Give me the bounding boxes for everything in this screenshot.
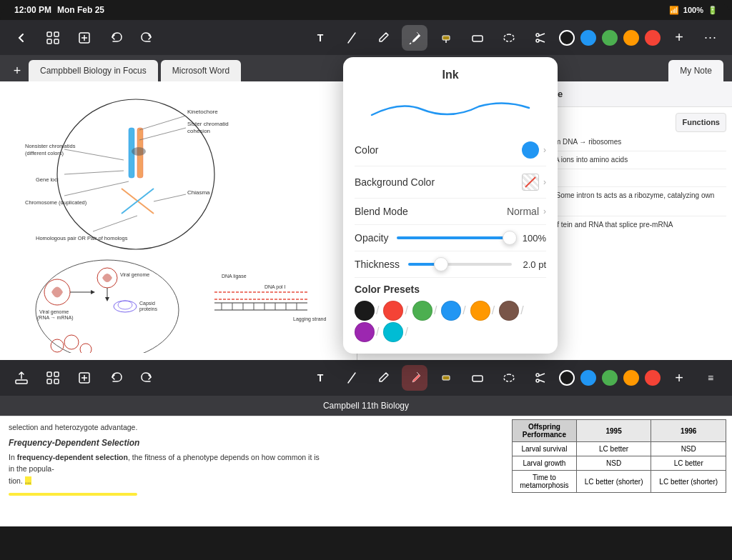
scissors-button[interactable]: [528, 25, 553, 51]
svg-text:Viral genome: Viral genome: [39, 309, 69, 315]
svg-text:Capsid: Capsid: [139, 301, 155, 306]
ink-popup: Ink Color › Background Color › Blend Mod…: [343, 57, 558, 354]
eraser-bottom[interactable]: [465, 365, 490, 391]
redo-button-bottom[interactable]: [134, 365, 160, 391]
table-header-1995: 1995: [576, 420, 651, 442]
color-red[interactable]: [645, 30, 661, 46]
opacity-slider-container[interactable]: 100%: [397, 233, 546, 244]
thickness-track[interactable]: [408, 263, 512, 266]
upload-button[interactable]: [9, 365, 34, 391]
cell-1996-2: LC better: [651, 456, 726, 471]
svg-line-34: [154, 194, 186, 201]
pencil-button[interactable]: [370, 25, 396, 51]
ink-blend-value[interactable]: Normal ›: [507, 206, 546, 217]
pen-thin-button[interactable]: [339, 25, 365, 51]
svg-line-20: [139, 116, 186, 130]
color-green-bottom[interactable]: [602, 370, 618, 386]
bottom-content: selection and heterozygote advantage. Fr…: [0, 416, 732, 526]
bottom-toolbar: T + ≡: [0, 360, 732, 396]
text-tool-bottom[interactable]: T: [307, 365, 333, 391]
add-button[interactable]: +: [666, 25, 692, 51]
preset-orange[interactable]: /: [470, 301, 498, 321]
selection-text: selection and heterozygote advantage.: [9, 422, 320, 434]
battery-icon: 🔋: [708, 6, 718, 15]
color-orange[interactable]: [623, 30, 639, 46]
pen-active-bottom[interactable]: [402, 365, 427, 391]
svg-rect-63: [47, 372, 51, 376]
freq-paragraph: In frequency-dependent selection, the fi…: [9, 452, 320, 475]
color-blue[interactable]: [580, 30, 596, 46]
cell-1995-1: LC better: [576, 442, 651, 456]
add-page-button[interactable]: [71, 25, 97, 51]
color-green[interactable]: [602, 30, 618, 46]
tab-campbell[interactable]: Campbbell Biology in Focus: [29, 60, 158, 81]
preset-black[interactable]: /: [355, 301, 382, 321]
svg-text:proteins: proteins: [139, 306, 157, 312]
pencil-bottom[interactable]: [370, 365, 396, 391]
undo-button[interactable]: [103, 25, 129, 51]
grid-view-button[interactable]: [40, 25, 66, 51]
pen-thin-bottom[interactable]: [339, 365, 365, 391]
ink-opacity-label: Opacity: [355, 232, 388, 244]
svg-line-76: [539, 380, 545, 382]
bg-color-swatch[interactable]: [522, 174, 539, 191]
tab-word[interactable]: Microsoft Word: [161, 60, 241, 81]
preset-brown[interactable]: /: [499, 301, 526, 321]
cell-1996-1: NSD: [651, 442, 726, 456]
ink-color-swatch[interactable]: [522, 141, 539, 159]
color-black[interactable]: [559, 30, 575, 46]
eraser-button[interactable]: [465, 25, 490, 51]
color-orange-bottom[interactable]: [623, 370, 639, 386]
redo-button[interactable]: [134, 25, 160, 51]
svg-rect-65: [47, 379, 51, 384]
scissors-bottom[interactable]: [528, 365, 553, 391]
add-button-bottom[interactable]: +: [666, 365, 692, 391]
preset-green[interactable]: /: [412, 301, 440, 321]
highlighter-bottom[interactable]: [433, 365, 459, 391]
left-pane: Kinetochore Sister chromatid cohesion No…: [0, 81, 357, 360]
svg-text:cohesion: cohesion: [187, 128, 210, 134]
preset-blue[interactable]: /: [441, 301, 468, 321]
ink-thickness-label: Thickness: [355, 259, 400, 270]
opacity-track[interactable]: [397, 236, 515, 239]
svg-line-25: [64, 149, 124, 160]
opacity-value: 100%: [521, 233, 546, 244]
more-button[interactable]: ···: [698, 25, 723, 51]
svg-line-70: [348, 373, 355, 383]
ink-bg-value[interactable]: ›: [522, 174, 546, 191]
ink-color-value[interactable]: ›: [522, 141, 546, 159]
svg-text:Viral genome: Viral genome: [120, 272, 149, 278]
text-tool-button[interactable]: T: [307, 25, 333, 51]
svg-rect-3: [54, 39, 59, 44]
ink-blend-row[interactable]: Blend Mode Normal ›: [355, 199, 546, 225]
ink-color-label: Color: [355, 144, 378, 156]
tab-add-button[interactable]: +: [9, 62, 26, 79]
lasso-bottom[interactable]: [496, 365, 522, 391]
svg-text:Chromosome (duplicated): Chromosome (duplicated): [25, 199, 87, 206]
ink-bg-color-row[interactable]: Background Color ›: [355, 166, 546, 199]
svg-line-28: [64, 171, 124, 174]
thickness-thumb[interactable]: [434, 257, 448, 271]
menu-button-bottom[interactable]: ≡: [698, 365, 723, 391]
undo-button-bottom[interactable]: [103, 365, 129, 391]
preset-purple[interactable]: /: [355, 322, 382, 342]
color-blue-bottom[interactable]: [580, 370, 596, 386]
back-button[interactable]: [9, 25, 34, 51]
svg-text:DNA pol I: DNA pol I: [264, 284, 286, 290]
opacity-thumb[interactable]: [503, 231, 517, 245]
table-row-time: Time tometamorphosis LC better (shorter)…: [513, 471, 726, 493]
color-red-bottom[interactable]: [645, 370, 661, 386]
thickness-slider-container[interactable]: 2.0 pt: [408, 259, 546, 270]
preset-red[interactable]: /: [383, 301, 410, 321]
preset-cyan[interactable]: /: [383, 322, 410, 342]
table-header-offspring: OffspringPerformance: [513, 420, 577, 442]
highlighter-button[interactable]: [433, 25, 459, 51]
ink-color-row[interactable]: Color ›: [355, 134, 546, 166]
pen-active-button[interactable]: [402, 25, 427, 51]
grid-button-bottom[interactable]: [40, 365, 66, 391]
add-page-button-bottom[interactable]: [71, 365, 97, 391]
tab-my-note[interactable]: My Note: [668, 60, 723, 81]
cell-metric-1: Larval survival: [513, 442, 577, 456]
color-black-bottom[interactable]: [559, 370, 575, 386]
lasso-button[interactable]: [496, 25, 522, 51]
